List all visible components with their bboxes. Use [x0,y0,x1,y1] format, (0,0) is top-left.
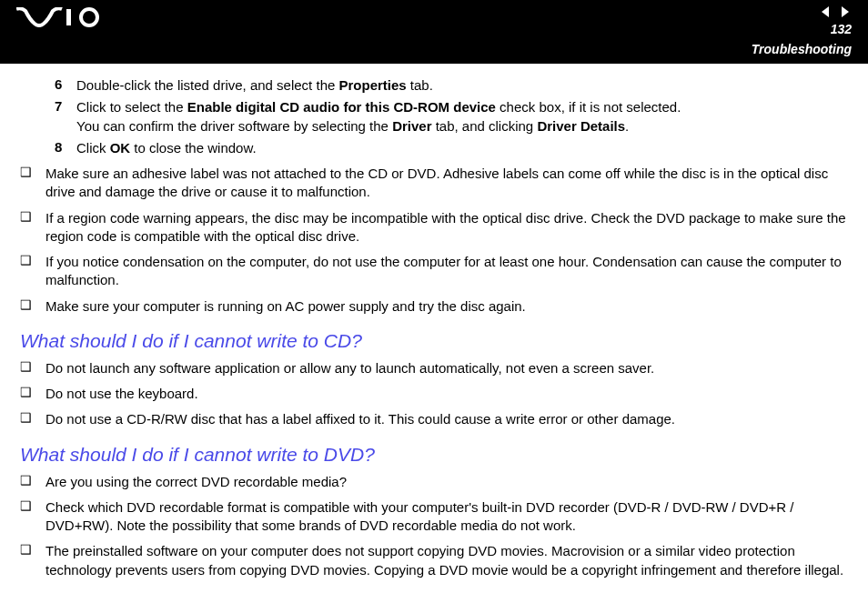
bullet-top-item: ❑If a region code warning appears, the d… [20,209,848,246]
page-number: 132 [831,22,852,36]
step-number: 7 [55,98,76,136]
bullet-top-item: ❑Make sure an adhesive label was not att… [20,165,848,202]
bullet-icon: ❑ [20,253,45,290]
bullet-dvd-item: ❑The preinstalled software on your compu… [20,542,848,579]
vaio-logo [16,7,107,27]
heading-dvd: What should I do if I cannot write to DV… [20,444,848,466]
nav-prev-icon[interactable] [819,5,832,18]
page-header: 132 Troubleshooting [0,0,868,64]
step-text: Click OK to close the window. [76,139,848,157]
bullet-dvd-text: Are you using the correct DVD recordable… [45,473,848,491]
bullet-cd-text: Do not use a CD-R/RW disc that has a lab… [45,410,848,428]
nav-next-icon[interactable] [839,5,852,18]
bullet-icon: ❑ [20,473,45,491]
section-title: Troubleshooting [752,42,852,56]
numbered-step: 6Double-click the listed drive, and sele… [20,76,848,95]
bullet-icon: ❑ [20,410,45,428]
bullet-top-text: If a region code warning appears, the di… [45,209,848,246]
bullet-dvd-item: ❑Are you using the correct DVD recordabl… [20,473,848,491]
bullet-icon: ❑ [20,209,45,246]
bullet-top-text: Make sure your computer is running on AC… [45,297,848,316]
bullet-cd-item: ❑Do not use the keyboard. [20,385,848,403]
bullet-top-item: ❑If you notice condensation on the compu… [20,253,848,290]
step-number: 8 [55,139,76,157]
bullet-icon: ❑ [20,165,45,202]
bullet-icon: ❑ [20,359,45,377]
bullet-top-text: If you notice condensation on the comput… [45,253,848,290]
page-content: 6Double-click the listed drive, and sele… [0,64,868,599]
svg-point-1 [81,9,97,25]
numbered-step: 7Click to select the Enable digital CD a… [20,98,848,136]
bullet-cd-item: ❑Do not launch any software application … [20,359,848,377]
bullet-top-text: Make sure an adhesive label was not atta… [45,165,848,202]
bullet-dvd-text: The preinstalled software on your comput… [45,542,848,579]
bullet-dvd-text: Check which DVD recordable format is com… [45,498,848,536]
bullet-icon: ❑ [20,498,45,536]
step-text: Double-click the listed drive, and selec… [76,76,848,95]
bullet-cd-text: Do not launch any software application o… [45,359,848,377]
numbered-step: 8Click OK to close the window. [20,139,848,157]
nav-arrows [819,5,852,18]
bullet-cd-text: Do not use the keyboard. [45,385,848,403]
step-text: Click to select the Enable digital CD au… [76,98,848,136]
bullet-cd-item: ❑Do not use a CD-R/RW disc that has a la… [20,410,848,428]
step-number: 6 [55,76,76,95]
bullet-top-item: ❑Make sure your computer is running on A… [20,297,848,316]
heading-cd: What should I do if I cannot write to CD… [20,330,848,352]
svg-rect-0 [66,9,71,25]
bullet-dvd-item: ❑Check which DVD recordable format is co… [20,498,848,536]
bullet-icon: ❑ [20,297,45,316]
bullet-icon: ❑ [20,385,45,403]
bullet-icon: ❑ [20,542,45,579]
